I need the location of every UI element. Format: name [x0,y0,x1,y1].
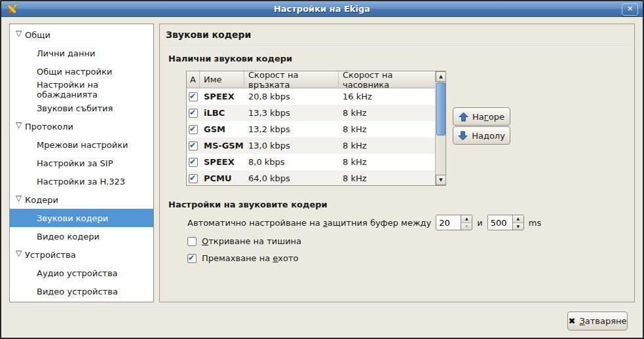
codec-bitrate: 8,0 kbps [244,157,339,167]
sidebar-item-call-options[interactable]: Настройки на обажданията [10,80,153,99]
sidebar-item-network-settings[interactable]: Мрежови настройки [10,135,153,154]
codec-settings-heading: Настройки на звуковите кодери [168,200,328,209]
preferences-tree: Общи Лични данни Общи настройки Настройк… [9,24,154,302]
move-up-label: Нагоре [472,112,504,122]
sidebar-item-devices[interactable]: Устройства [10,245,153,264]
expander-icon[interactable] [14,120,24,130]
codec-active-checkbox[interactable] [189,125,198,134]
sidebar-item-label: Устройства [25,250,76,260]
codec-bitrate: 20,8 kbps [244,92,339,101]
sidebar-item-label: Кодери [25,195,58,205]
codec-name: SPEEX [200,157,244,167]
column-header-clockrate[interactable]: Скорост на часовника [339,71,435,88]
window-title: Настройки на Ekiga [1,4,643,14]
spin-up-icon[interactable]: ▲ [461,215,472,223]
codec-name: GSM [200,124,244,134]
echo-cancellation-row[interactable]: Премахване на ехото [187,253,299,263]
spin-up-icon[interactable]: ▲ [513,215,523,223]
jitter-max-input[interactable] [488,215,512,230]
table-row[interactable]: iLBC 13,3 kbps 8 kHz [187,105,435,121]
sidebar-item-general[interactable]: Общи [10,26,153,44]
column-header-active[interactable]: А [187,71,200,88]
close-x-icon: ✖ [569,316,576,326]
move-up-button[interactable]: Нагоре [453,107,510,126]
window-close-button[interactable]: ✕ [622,3,638,16]
scroll-down-icon[interactable]: ▼ [436,175,446,185]
codec-bitrate: 13,3 kbps [244,108,339,118]
sidebar-item-protocols[interactable]: Протоколи [10,117,153,135]
spin-down-icon[interactable]: ▼ [513,223,523,230]
sidebar-item-label: Общи [25,30,50,40]
codec-bitrate: 13,0 kbps [244,141,339,151]
sidebar-item-video-codecs[interactable]: Видео кодери [10,227,153,245]
spin-down-icon[interactable]: ▼ [461,223,472,230]
table-row[interactable]: SPEEX 20,8 kbps 16 kHz [187,88,435,105]
expander-icon[interactable] [14,29,24,39]
table-row[interactable]: PCMU 64,0 kbps 8 kHz [187,170,435,186]
silence-detection-label: Откриване на тишина [202,236,301,246]
sidebar-item-label: Общи настройки [37,67,112,77]
jitter-min-input[interactable] [436,215,461,230]
codec-clockrate: 8 kHz [339,124,435,134]
arrow-down-icon [458,131,468,141]
sidebar-item-sound-events[interactable]: Звукови събития [10,99,153,117]
codec-active-checkbox[interactable] [189,141,198,151]
tools-icon [6,3,18,15]
scrollbar-thumb[interactable] [436,82,445,135]
sidebar-item-codecs[interactable]: Кодери [10,190,153,209]
column-header-bitrate[interactable]: Скорост на връзката [244,71,339,88]
echo-cancellation-label: Премахване на ехото [202,253,299,263]
codec-clockrate: 16 kHz [339,92,435,101]
sidebar-item-label: Настройки на обажданията [37,80,153,99]
table-row[interactable]: SPEEX 8,0 kbps 8 kHz [187,154,435,170]
titlebar[interactable]: Настройки на Ekiga ✕ [1,1,643,17]
sidebar-item-sip-settings[interactable]: Настройки за SIP [10,154,153,172]
silence-detection-row[interactable]: Откриване на тишина [187,236,301,246]
page-title: Звукови кодери [166,29,251,40]
codec-table[interactable]: А Име Скорост на връзката Скорост на час… [186,71,446,186]
available-codecs-heading: Налични звукови кодери [168,54,292,63]
table-row[interactable]: MS-GSM 13,0 kbps 8 kHz [187,137,435,154]
sidebar-item-label: Видео устройства [37,287,118,296]
preferences-dialog: Настройки на Ekiga ✕ Общи Лични данни Об… [0,0,644,339]
sidebar-item-h323-settings[interactable]: Настройки за H.323 [10,172,153,190]
jitter-unit-label: ms [529,218,541,228]
expander-icon[interactable] [14,194,24,204]
codec-bitrate: 13,2 kbps [244,124,339,134]
jitter-max-spinner[interactable]: ▲▼ [487,215,524,230]
codec-name: iLBC [200,108,244,118]
codec-clockrate: 8 kHz [339,141,435,151]
silence-detection-checkbox[interactable] [187,237,197,246]
sidebar-item-audio-codecs[interactable]: Звукови кодери [10,209,153,227]
sidebar-item-label: Звукови събития [37,103,113,113]
codec-name: SPEEX [200,92,244,101]
audio-codecs-panel: Звукови кодери Налични звукови кодери А … [159,24,635,302]
column-header-name[interactable]: Име [200,71,244,88]
expander-icon[interactable] [14,249,24,259]
table-row[interactable]: GSM 13,2 kbps 8 kHz [187,121,435,137]
title-separator [161,46,634,47]
sidebar-item-audio-devices[interactable]: Аудио устройства [10,264,153,282]
codec-active-checkbox[interactable] [189,92,198,101]
codec-clockrate: 8 kHz [339,157,435,167]
close-button-label: Затваряне [579,316,626,326]
codec-active-checkbox[interactable] [189,109,198,118]
codec-name: MS-GSM [200,141,244,151]
jitter-min-spinner[interactable]: ▲▼ [436,215,472,230]
scroll-up-icon[interactable]: ▲ [436,71,446,82]
sidebar-item-label: Лични данни [37,48,95,58]
move-down-button[interactable]: Надолу [453,126,510,145]
sidebar-item-label: Настройки за H.323 [37,177,125,187]
sidebar-item-general-settings[interactable]: Общи настройки [10,62,153,80]
codec-active-checkbox[interactable] [189,174,198,183]
sidebar-item-label: Видео кодери [37,232,100,241]
arrow-up-icon [459,112,468,122]
codec-active-checkbox[interactable] [189,158,198,167]
close-button[interactable]: ✖ Затваряне [567,312,628,330]
echo-cancellation-checkbox[interactable] [187,254,197,263]
vertical-scrollbar[interactable]: ▲ ▼ [435,71,445,185]
sidebar-item-label: Мрежови настройки [37,140,128,150]
sidebar-item-video-devices[interactable]: Видео устройства [10,282,153,300]
move-down-label: Надолу [472,131,505,141]
sidebar-item-personal-data[interactable]: Лични данни [10,44,153,62]
